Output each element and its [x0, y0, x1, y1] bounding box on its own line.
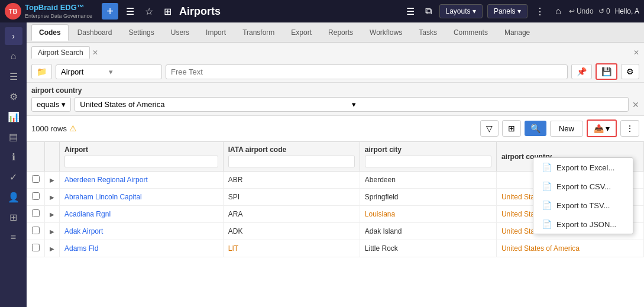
columns-button[interactable]: ⊞ [502, 120, 521, 137]
tab-export[interactable]: Export [283, 24, 319, 41]
airport-link[interactable]: Acadiana Rgnl [64, 210, 111, 218]
filter-controls: equals ▾ United States of America ▾ ✕ [31, 97, 639, 112]
country-link[interactable]: United States of America [501, 244, 580, 253]
logo-icon: TB [5, 3, 21, 20]
airport-link[interactable]: Aberdeen Regional Airport [64, 176, 148, 184]
tab-codes[interactable]: Codes [31, 24, 69, 41]
sidebar-home-icon[interactable]: ⌂ [5, 47, 22, 65]
row-checkbox[interactable] [32, 227, 40, 234]
filter-button[interactable]: ▽ [480, 120, 499, 137]
col-header-airport: Airport [60, 142, 224, 172]
airport-link[interactable]: Abraham Lincoln Capital [64, 193, 142, 201]
export-json-item[interactable]: 📄 Export to JSON... [533, 215, 633, 234]
add-button[interactable]: + [102, 3, 118, 20]
city-link[interactable]: Louisiana [365, 210, 395, 218]
col-header-iata: IATA airport code [223, 142, 360, 172]
save-button[interactable]: 💾 [596, 63, 617, 80]
sidebar-chart-icon[interactable]: 📊 [5, 108, 22, 125]
export-excel-item[interactable]: 📄 Export to Excel... [533, 158, 633, 177]
folder-button[interactable]: 📁 [31, 64, 52, 79]
sidebar-rows-icon[interactable]: ▤ [5, 128, 22, 146]
grid-icon[interactable]: ⊞ [161, 5, 174, 18]
settings-button[interactable]: ⚙ [621, 64, 639, 79]
new-button[interactable]: New [550, 121, 583, 137]
tab-users[interactable]: Users [163, 24, 197, 41]
col-header-city: airport city [360, 142, 496, 172]
panels-button[interactable]: Panels ▾ [487, 4, 528, 18]
home-icon[interactable]: ⌂ [552, 5, 564, 18]
list-icon[interactable]: ☰ [403, 5, 418, 18]
export-tsv-item[interactable]: 📄 Export to TSV... [533, 196, 633, 215]
layouts-button[interactable]: Layouts ▾ [439, 4, 483, 18]
layers-icon[interactable]: ⧉ [422, 5, 435, 18]
city-name: Springfield [365, 193, 399, 201]
tab-bar: Codes Dashboard Settings Users Import Tr… [27, 22, 644, 43]
sidebar-lines-icon[interactable]: ≡ [5, 228, 22, 246]
main-container: › ⌂ ☰ ⚙ 📊 ▤ ℹ ✓ 👤 ⊞ ≡ Codes Dashboard Se… [0, 22, 644, 307]
expand-arrow[interactable]: ▶ [50, 228, 54, 235]
search-area-close[interactable]: ✕ [633, 49, 639, 57]
airport-link[interactable]: Adams Fld [64, 244, 98, 253]
star-icon[interactable]: ☆ [142, 5, 156, 18]
tab-workflows[interactable]: Workflows [362, 24, 410, 41]
row-checkbox[interactable] [32, 209, 40, 217]
search-button[interactable]: 🔍 [525, 121, 546, 136]
city-name: Little Rock [365, 244, 398, 253]
sidebar-table-icon[interactable]: ⊞ [5, 208, 22, 226]
tab-dashboard[interactable]: Dashboard [70, 24, 120, 41]
hello-text: Hello, A [615, 7, 639, 15]
tab-comments[interactable]: Comments [446, 24, 496, 41]
free-text-input[interactable] [166, 64, 568, 79]
logo-text: TopBraid EDG™ Enterprise Data Governance [25, 3, 92, 20]
iata-code-link[interactable]: LIT [228, 244, 238, 253]
airport-filter-input[interactable] [64, 156, 218, 167]
col-header-expand [45, 142, 60, 172]
left-sidebar: › ⌂ ☰ ⚙ 📊 ▤ ℹ ✓ 👤 ⊞ ≡ [0, 22, 27, 307]
tab-manage[interactable]: Manage [497, 24, 538, 41]
row-checkbox[interactable] [32, 175, 40, 183]
tab-import[interactable]: Import [198, 24, 234, 41]
filter-operator-select[interactable]: equals ▾ [31, 97, 71, 112]
sidebar-wrench-icon[interactable]: ⚙ [5, 88, 22, 105]
expand-arrow[interactable]: ▶ [50, 211, 54, 218]
sidebar-user-icon[interactable]: 👤 [5, 188, 22, 206]
city-name: Aberdeen [365, 176, 396, 184]
sidebar-check-icon[interactable]: ✓ [5, 168, 22, 186]
expand-arrow[interactable]: ▶ [50, 245, 54, 252]
chevron-down-icon: ▾ [606, 124, 610, 133]
city-filter-input[interactable] [365, 156, 491, 167]
iata-code: ADK [228, 227, 243, 235]
tab-settings[interactable]: Settings [121, 24, 161, 41]
json-icon: 📄 [542, 219, 552, 229]
hamburger-icon[interactable]: ☰ [123, 5, 137, 18]
csv-icon: 📄 [542, 182, 552, 191]
export-dropdown-button[interactable]: 📤 ▾ [587, 119, 617, 137]
more-options-icon[interactable]: ⋮ [532, 5, 548, 18]
iata-filter-input[interactable] [228, 156, 355, 167]
more-actions-button[interactable]: ⋮ [620, 120, 639, 137]
tab-reports[interactable]: Reports [321, 24, 361, 41]
content-area: Codes Dashboard Settings Users Import Tr… [27, 22, 644, 307]
undo-button[interactable]: ↩ Undo [569, 7, 594, 15]
export-csv-item[interactable]: 📄 Export to CSV... [533, 177, 633, 196]
airport-link[interactable]: Adak Airport [64, 227, 103, 235]
sidebar-list-icon[interactable]: ☰ [5, 67, 22, 85]
search-controls: 📁 Airport ▾ 📌 💾 ⚙ [31, 61, 639, 82]
col-header-check [27, 142, 45, 172]
search-tab-close[interactable]: ✕ [92, 49, 98, 57]
row-checkbox[interactable] [32, 192, 40, 200]
iata-code: ABR [228, 176, 243, 184]
sidebar-info-icon[interactable]: ℹ [5, 148, 22, 166]
filter-label: airport country [31, 86, 639, 95]
search-type-select[interactable]: Airport ▾ [56, 64, 162, 79]
expand-arrow[interactable]: ▶ [50, 177, 54, 183]
tab-transform[interactable]: Transform [235, 24, 282, 41]
expand-arrow[interactable]: ▶ [50, 194, 54, 201]
redo-button[interactable]: ↺ 0 [598, 7, 610, 15]
table-toolbar: 1000 rows ⚠ ▽ ⊞ 🔍 New 📤 ▾ ⋮ [27, 116, 644, 141]
filter-remove-button[interactable]: ✕ [632, 100, 639, 109]
tab-tasks[interactable]: Tasks [411, 24, 445, 41]
row-checkbox[interactable] [32, 244, 40, 251]
pin-button[interactable]: 📌 [571, 64, 592, 79]
sidebar-arrow-button[interactable]: › [5, 27, 22, 45]
